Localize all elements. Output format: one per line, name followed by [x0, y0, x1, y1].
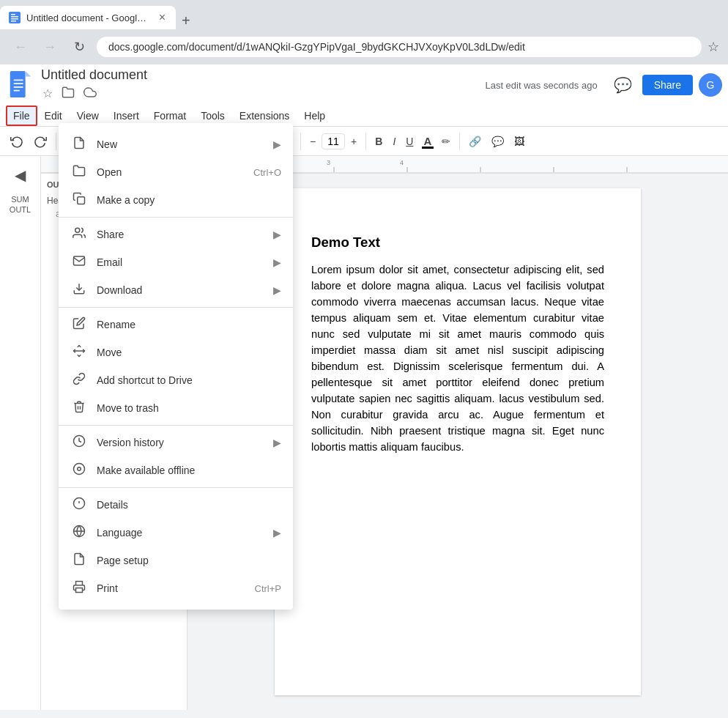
star-doc-button[interactable]: ☆: [41, 85, 54, 102]
svg-text:3: 3: [327, 159, 330, 166]
svg-rect-5: [10, 71, 26, 97]
svg-text:4: 4: [400, 159, 404, 166]
insert-comment-button[interactable]: 💬: [487, 133, 508, 150]
folder-button[interactable]: [60, 84, 76, 103]
font-size-area: − +: [305, 133, 361, 150]
menu-item-trash[interactable]: Move to trash: [59, 394, 293, 422]
menu-item-move[interactable]: Move: [59, 338, 293, 366]
menu-item-open[interactable]: Open Ctrl+O: [59, 158, 293, 186]
insert-image-button[interactable]: 🖼: [510, 133, 529, 150]
details-icon: [70, 497, 88, 513]
svg-rect-2: [11, 16, 18, 18]
print-label: Print: [97, 582, 243, 594]
bold-button[interactable]: B: [371, 133, 387, 150]
menu-item-rename[interactable]: Rename: [59, 311, 293, 338]
menu-item-offline[interactable]: Make available offline: [59, 456, 293, 484]
menu-item-new[interactable]: New ▶: [59, 130, 293, 158]
menu-item-make-copy[interactable]: Make a copy: [59, 186, 293, 214]
rename-label: Rename: [97, 319, 281, 330]
page-setup-icon: [70, 552, 88, 569]
comments-button[interactable]: 💬: [609, 73, 636, 97]
redo-button[interactable]: [29, 132, 51, 151]
language-arrow-icon: ▶: [273, 527, 281, 538]
sidebar-collapse-button[interactable]: ◀: [10, 162, 30, 188]
menu-item-file[interactable]: File: [6, 106, 37, 126]
toolbar-separator-6: [459, 133, 460, 150]
menu-item-help[interactable]: Help: [297, 106, 333, 126]
menu-item-download[interactable]: Download ▶: [59, 276, 293, 304]
tab-close-button[interactable]: ×: [157, 10, 167, 26]
file-dropdown-menu: New ▶ Open Ctrl+O Make a copy Share ▶: [59, 123, 293, 610]
link-button[interactable]: 🔗: [464, 133, 486, 150]
favicon: [9, 12, 21, 23]
bookmark-button[interactable]: ☆: [707, 39, 719, 55]
top-bar: Untitled document ☆ Last edit was second…: [0, 64, 728, 106]
email-arrow-icon: ▶: [273, 256, 281, 268]
svg-rect-1: [11, 14, 15, 15]
menu-group-4: Version history ▶ Make available offline: [59, 426, 293, 488]
new-label: New: [97, 138, 267, 150]
menu-item-add-shortcut[interactable]: Add shortcut to Drive: [59, 366, 293, 394]
offline-icon: [70, 462, 88, 478]
new-icon: [70, 136, 88, 152]
refresh-button[interactable]: ↻: [67, 35, 91, 59]
email-label: Email: [97, 256, 267, 268]
font-size-increase-button[interactable]: +: [346, 133, 361, 150]
font-size-input[interactable]: [322, 133, 345, 149]
trash-icon: [70, 400, 88, 416]
doc-title-area: Untitled document ☆: [41, 67, 147, 103]
doc-title[interactable]: Untitled document: [41, 67, 147, 83]
doc-body[interactable]: Lorem ipsum dolor sit amet, consectetur …: [311, 262, 604, 455]
cloud-button[interactable]: [82, 84, 98, 103]
font-color-bar: [422, 147, 434, 149]
svg-point-26: [75, 228, 80, 232]
italic-button[interactable]: I: [388, 133, 400, 150]
undo-button[interactable]: [6, 132, 28, 151]
menu-item-language[interactable]: Language ▶: [59, 519, 293, 547]
menu-item-email[interactable]: Email ▶: [59, 248, 293, 276]
version-history-icon: [70, 434, 88, 451]
menu-group-1: New ▶ Open Ctrl+O Make a copy: [59, 127, 293, 218]
version-history-label: Version history: [97, 437, 267, 448]
highlight-button[interactable]: ✏: [437, 133, 455, 150]
menu-group-5: Details Language ▶ Page setup Print Ctrl…: [59, 488, 293, 605]
svg-rect-9: [14, 86, 23, 88]
open-icon: [70, 164, 88, 180]
docs-logo: [6, 70, 35, 100]
page-setup-label: Page setup: [97, 555, 281, 566]
address-input[interactable]: [97, 37, 702, 57]
toolbar-separator-5: [365, 133, 366, 150]
svg-rect-7: [14, 79, 23, 81]
new-tab-button[interactable]: +: [176, 12, 196, 29]
menu-item-version-history[interactable]: Version history ▶: [59, 429, 293, 456]
share-button[interactable]: Share: [642, 75, 693, 95]
new-arrow-icon: ▶: [273, 138, 281, 150]
underline-button[interactable]: U: [401, 133, 417, 150]
tab-title: Untitled document - Google Doc...: [26, 12, 152, 23]
menu-item-print[interactable]: Print Ctrl+P: [59, 574, 293, 602]
forward-button[interactable]: →: [38, 35, 62, 59]
address-bar: ← → ↻ ☆: [0, 29, 728, 64]
copy-icon: [70, 192, 88, 208]
menu-item-share[interactable]: Share ▶: [59, 221, 293, 248]
toolbar-separator-1: [56, 133, 56, 150]
account-button[interactable]: G: [699, 73, 722, 97]
toolbar-separator-4: [300, 133, 301, 150]
svg-rect-3: [11, 18, 18, 20]
last-edit-text: Last edit was seconds ago: [485, 80, 597, 91]
active-tab[interactable]: Untitled document - Google Doc... ×: [0, 6, 176, 29]
svg-point-30: [74, 464, 85, 475]
shortcut-icon: [70, 372, 88, 388]
trash-label: Move to trash: [97, 402, 281, 414]
refresh-icon: ↻: [74, 39, 85, 55]
back-button[interactable]: ←: [9, 35, 32, 59]
font-size-decrease-button[interactable]: −: [305, 133, 320, 150]
menu-item-details[interactable]: Details: [59, 491, 293, 519]
open-label: Open: [97, 166, 242, 178]
share-label: Share: [97, 229, 267, 240]
forward-arrow-icon: →: [43, 40, 56, 55]
menu-group-3: Rename Move Add shortcut to Drive Move t…: [59, 308, 293, 426]
font-color-button[interactable]: A: [419, 132, 436, 150]
doc-heading: Demo Text: [311, 232, 604, 253]
menu-item-page-setup[interactable]: Page setup: [59, 547, 293, 574]
